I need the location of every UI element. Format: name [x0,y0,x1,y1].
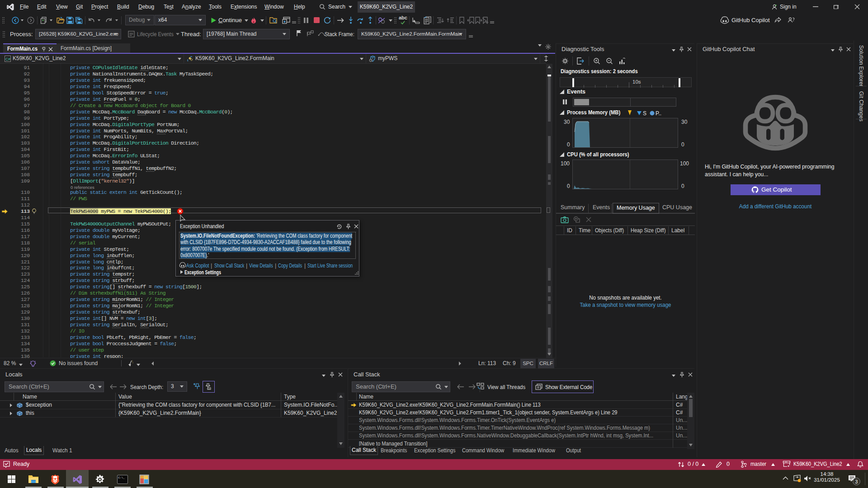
svg-text:ab: ab [208,388,210,390]
svg-text:C:\_: C:\_ [118,476,125,479]
svg-text:C#: C# [5,57,10,61]
